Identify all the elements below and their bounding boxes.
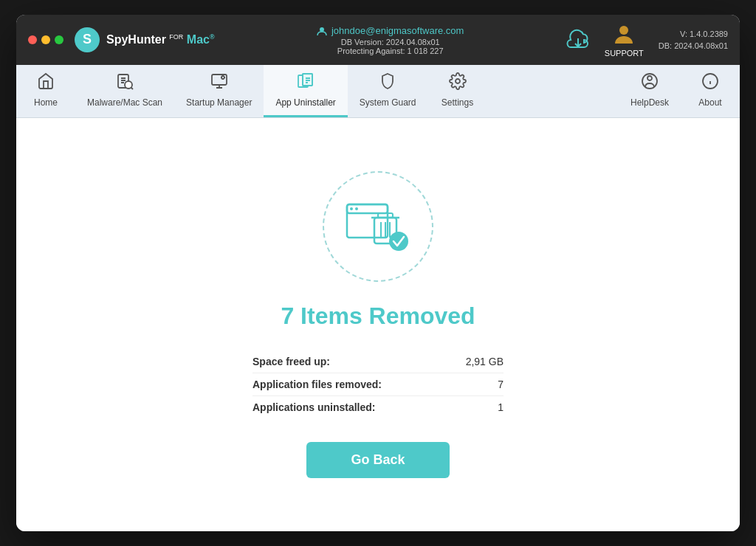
logo-text: SpyHunter FOR Mac® xyxy=(106,33,215,46)
stats-label-space: Space freed up: xyxy=(252,356,330,367)
titlebar-right: SUPPORT V: 1.4.0.2389 DB: 2024.04.08x01 xyxy=(566,23,728,58)
stats-row-apps: Applications uninstalled: 1 xyxy=(252,396,504,418)
stats-value-apps: 1 xyxy=(498,401,504,413)
navbar: Home Malware/Mac Scan xyxy=(16,65,740,118)
maximize-button[interactable] xyxy=(55,35,63,44)
main-content: 7 Items Removed Space freed up: 2,91 GB … xyxy=(16,118,740,531)
stats-label-files: Application files removed: xyxy=(252,379,382,390)
settings-icon xyxy=(449,72,467,94)
home-icon xyxy=(37,72,55,94)
system-guard-icon xyxy=(379,72,396,94)
nav-label-helpdesk: HelpDesk xyxy=(630,97,669,108)
result-icon-circle xyxy=(323,171,433,282)
svg-point-2 xyxy=(320,27,324,32)
traffic-lights xyxy=(28,35,63,44)
nav-item-system-guard[interactable]: System Guard xyxy=(348,65,428,117)
app-window: S SpyHunter FOR Mac® johndoe@enigmasoftw… xyxy=(16,15,740,531)
svg-point-4 xyxy=(619,26,628,35)
nav-label-malware-scan: Malware/Mac Scan xyxy=(87,97,162,108)
svg-line-7 xyxy=(131,88,134,90)
svg-text:S: S xyxy=(83,32,92,46)
logo-icon: S xyxy=(74,27,100,53)
protecting-count: Protecting Against: 1 018 227 xyxy=(337,46,444,55)
nav-item-malware-scan[interactable]: Malware/Mac Scan xyxy=(75,65,174,117)
stats-value-files: 7 xyxy=(498,379,504,390)
nav-item-helpdesk[interactable]: HelpDesk xyxy=(619,65,681,117)
stats-row-files: Application files removed: 7 xyxy=(252,373,504,396)
svg-rect-20 xyxy=(303,74,312,86)
close-button[interactable] xyxy=(28,35,37,44)
minimize-button[interactable] xyxy=(41,35,50,44)
stats-value-space: 2,91 GB xyxy=(466,356,504,367)
nav-item-home[interactable]: Home xyxy=(16,65,75,117)
nav-item-about[interactable]: About xyxy=(681,65,740,117)
nav-label-startup-manager: Startup Manager xyxy=(186,97,252,108)
result-icon xyxy=(343,197,413,256)
user-icon xyxy=(317,26,327,36)
helpdesk-icon xyxy=(641,72,659,94)
support-button[interactable]: SUPPORT xyxy=(605,23,644,58)
svg-point-27 xyxy=(647,76,652,80)
nav-label-app-uninstaller: App Uninstaller xyxy=(275,97,335,108)
svg-point-34 xyxy=(355,207,358,210)
version-line2: DB: 2024.04.08x01 xyxy=(659,40,728,52)
malware-scan-icon xyxy=(116,72,134,94)
go-back-button[interactable]: Go Back xyxy=(306,442,449,478)
logo: S SpyHunter FOR Mac® xyxy=(74,27,215,53)
nav-label-about: About xyxy=(698,97,721,108)
startup-manager-icon xyxy=(210,72,228,94)
version-info: V: 1.4.0.2389 DB: 2024.04.08x01 xyxy=(659,28,728,52)
svg-point-33 xyxy=(350,207,353,210)
svg-rect-32 xyxy=(347,204,388,213)
svg-point-25 xyxy=(456,79,460,83)
nav-label-settings: Settings xyxy=(441,97,473,108)
version-line1: V: 1.4.0.2389 xyxy=(659,28,728,41)
download-cloud-icon[interactable] xyxy=(566,28,590,52)
stats-label-apps: Applications uninstalled: xyxy=(252,401,375,413)
support-person-icon xyxy=(612,23,636,46)
svg-rect-37 xyxy=(378,213,393,218)
app-uninstaller-icon xyxy=(297,72,315,94)
titlebar: S SpyHunter FOR Mac® johndoe@enigmasoftw… xyxy=(16,15,740,65)
uninstall-complete-icon xyxy=(343,197,413,256)
nav-item-app-uninstaller[interactable]: App Uninstaller xyxy=(264,65,347,117)
db-version: DB Version: 2024.04.08x01 xyxy=(341,38,440,46)
nav-item-startup-manager[interactable]: Startup Manager xyxy=(174,65,264,117)
nav-label-home: Home xyxy=(34,97,58,108)
support-label: SUPPORT xyxy=(605,49,644,58)
about-icon xyxy=(701,72,719,94)
nav-item-settings[interactable]: Settings xyxy=(428,65,487,117)
stats-table: Space freed up: 2,91 GB Application file… xyxy=(252,350,504,418)
titlebar-center: johndoe@enigmasoftware.com DB Version: 2… xyxy=(215,25,566,55)
stats-row-space: Space freed up: 2,91 GB xyxy=(252,350,504,373)
svg-point-41 xyxy=(389,232,408,251)
user-email: johndoe@enigmasoftware.com xyxy=(331,25,464,36)
result-heading: 7 Items Removed xyxy=(281,303,475,330)
nav-label-system-guard: System Guard xyxy=(360,97,416,108)
svg-point-14 xyxy=(221,76,224,79)
